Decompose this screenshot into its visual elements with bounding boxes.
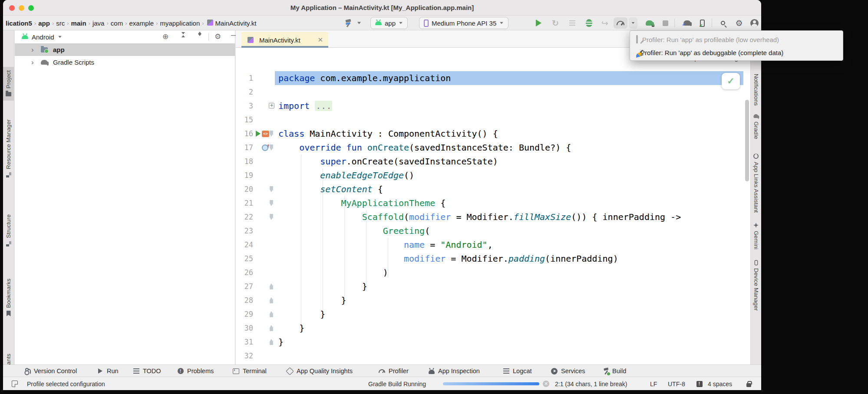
device-selector[interactable]: Medium Phone API 35 <box>419 17 508 29</box>
code-line-18[interactable]: 18 super.onCreate(savedInstanceState) <box>236 154 750 168</box>
run-class-icon[interactable] <box>256 131 261 137</box>
code-editor[interactable]: 1package com.example.myapplication23+imp… <box>236 71 750 364</box>
tool-window-button-problems[interactable]: !Problems <box>177 365 214 377</box>
fold-marker-close[interactable] <box>269 311 274 317</box>
code-line-19[interactable]: 19 enableEdgeToEdge() <box>236 168 750 182</box>
code-line-16[interactable]: 16<>class MainActivity : ComponentActivi… <box>236 127 750 141</box>
fold-marker-close[interactable] <box>269 297 274 303</box>
code-line-15[interactable]: 15 <box>236 113 750 127</box>
account-button[interactable] <box>749 16 759 30</box>
code-line-17[interactable]: 17 override fun onCreate(savedInstanceSt… <box>236 141 750 154</box>
breadcrumb-item-java[interactable]: java <box>92 20 105 27</box>
locate-file-button[interactable]: ⊕ <box>162 33 168 40</box>
code-line-32[interactable]: 32 <box>236 349 750 363</box>
sidebar-item-gradle[interactable]: Gradle <box>751 113 761 139</box>
fold-marker-close[interactable] <box>269 339 274 345</box>
code-line-31[interactable]: 31} <box>236 335 750 349</box>
search-everywhere-button[interactable] <box>718 16 728 30</box>
tool-window-button-build[interactable]: Build <box>602 365 626 377</box>
code-line-22[interactable]: 22 Scaffold(modifier = Modifier.fillMaxS… <box>236 210 750 224</box>
floppy-warning-icon[interactable] <box>696 377 703 390</box>
gradle-sync-status-button[interactable]: ✓ <box>681 16 693 30</box>
tool-window-button-app-inspection[interactable]: App Inspection <box>428 365 480 377</box>
tool-window-button-terminal[interactable]: Terminal <box>233 365 267 377</box>
tree-row-gradle-scripts[interactable]: ›Gradle Scripts <box>15 56 235 69</box>
stop-button[interactable] <box>661 16 670 30</box>
indent-widget[interactable]: 4 spaces <box>708 377 732 390</box>
fold-marker-close[interactable] <box>269 325 274 331</box>
encoding-widget[interactable]: UTF-8 <box>668 377 685 390</box>
cancel-build-button[interactable]: ✕ <box>543 377 549 390</box>
device-manager-button[interactable]: ✓ <box>697 16 707 30</box>
fold-marker-close[interactable] <box>269 283 274 289</box>
code-line-28[interactable]: 28 } <box>236 293 750 307</box>
attach-debugger-button[interactable]: ↪ <box>600 16 610 30</box>
breadcrumb-item-com[interactable]: com <box>111 20 123 27</box>
panel-options-button[interactable]: ⚙ <box>215 33 221 40</box>
line-separator-widget[interactable]: LF <box>650 377 657 390</box>
code-line-2[interactable]: 2 <box>236 85 750 99</box>
sidebar-item-notifications[interactable]: Notifications <box>751 74 761 106</box>
tool-window-button-todo[interactable]: TODO <box>133 365 161 377</box>
lock-widget[interactable] <box>746 377 751 390</box>
code-line-20[interactable]: 20 setContent { <box>236 182 750 196</box>
breadcrumb-item-myapplication[interactable]: myapplication <box>160 20 200 27</box>
fold-marker-open[interactable] <box>269 186 274 192</box>
tool-window-button-logcat[interactable]: Logcat <box>503 365 532 377</box>
code-line-1[interactable]: 1package com.example.myapplication <box>236 71 750 85</box>
tab-mainactivity[interactable]: MainActivity.kt ✕ <box>241 32 328 48</box>
settings-button[interactable]: ⚙ <box>733 16 745 30</box>
sidebar-item-app-links-assistant[interactable]: App Links Assistant <box>751 153 761 213</box>
code-line-26[interactable]: 26 ) <box>236 266 750 279</box>
sidebar-item-gemini[interactable]: Gemini <box>751 222 761 250</box>
inspections-status-widget[interactable]: ✓ <box>722 73 740 89</box>
popup-item-profileable[interactable]: Profiler: Run 'app' as profileable (low … <box>630 33 843 46</box>
breadcrumb-item-main[interactable]: main <box>71 20 86 27</box>
fold-marker-open[interactable] <box>269 131 274 137</box>
overrides-method-icon[interactable] <box>262 144 268 151</box>
sidebar-item-resource-manager[interactable]: Resource Manager <box>3 119 14 178</box>
popup-item-debuggable[interactable]: Profiler: Run 'app' as debuggable (compl… <box>630 46 843 59</box>
sidebar-item-structure[interactable]: Structure <box>3 214 14 247</box>
profiler-dropdown-button[interactable] <box>629 17 637 29</box>
tool-window-button-run[interactable]: Run <box>97 365 119 377</box>
breadcrumb-item-example[interactable]: example <box>129 20 154 27</box>
code-line-27[interactable]: 27 } <box>236 279 750 293</box>
sidebar-item-project[interactable]: Project <box>3 67 14 101</box>
fold-marker-plus[interactable]: + <box>269 103 274 108</box>
build-dropdown[interactable] <box>356 16 363 30</box>
sidebar-item-device-manager[interactable]: Device Manager <box>751 259 761 311</box>
code-line-24[interactable]: 24 name = "Android", <box>236 238 750 252</box>
compose-preview-icon[interactable]: <> <box>262 131 269 137</box>
tool-window-button-version-control[interactable]: Version Control <box>24 365 77 377</box>
code-line-30[interactable]: 30 } <box>236 321 750 335</box>
breadcrumb-item-lication5[interactable]: lication5 <box>6 20 32 27</box>
apply-changes-button[interactable]: ↻ <box>550 16 561 30</box>
tool-window-button-services[interactable]: Services <box>551 365 585 377</box>
code-line-29[interactable]: 29 } <box>236 307 750 321</box>
sidebar-item-bookmarks[interactable]: Bookmarks <box>3 279 14 317</box>
editor-scrollbar[interactable] <box>745 100 749 181</box>
apply-code-changes-button[interactable] <box>568 16 577 30</box>
tool-window-button-profiler[interactable]: Profiler <box>379 365 409 377</box>
code-line-25[interactable]: 25 modifier = Modifier.padding(innerPadd… <box>236 252 750 266</box>
breadcrumb-item-app[interactable]: app <box>38 20 50 27</box>
close-tab-icon[interactable]: ✕ <box>317 36 323 44</box>
profiler-button[interactable] <box>614 17 627 29</box>
breadcrumb-item-mainactivity-kt[interactable]: MainActivity.kt <box>206 20 257 27</box>
window-layout-button[interactable] <box>12 377 18 390</box>
project-view-selector[interactable]: Android <box>22 33 62 41</box>
fold-marker-open[interactable] <box>269 214 274 220</box>
debug-button[interactable] <box>584 16 594 30</box>
chevron-right-icon[interactable]: › <box>31 47 37 53</box>
sync-gradle-button[interactable] <box>644 16 654 30</box>
tool-window-button-app-quality-insights[interactable]: App Quality Insights <box>287 365 353 377</box>
code-line-21[interactable]: 21 MyApplicationTheme { <box>236 196 750 210</box>
run-configuration-selector[interactable]: app <box>370 17 408 29</box>
tree-row-app[interactable]: ›app <box>15 43 235 56</box>
caret-position-widget[interactable]: 2:1 (34 chars, 1 line break) <box>555 377 627 390</box>
fold-marker-open[interactable] <box>269 200 274 206</box>
chevron-right-icon[interactable]: › <box>31 59 37 66</box>
build-button[interactable] <box>343 16 354 30</box>
breadcrumb-item-src[interactable]: src <box>56 20 65 27</box>
